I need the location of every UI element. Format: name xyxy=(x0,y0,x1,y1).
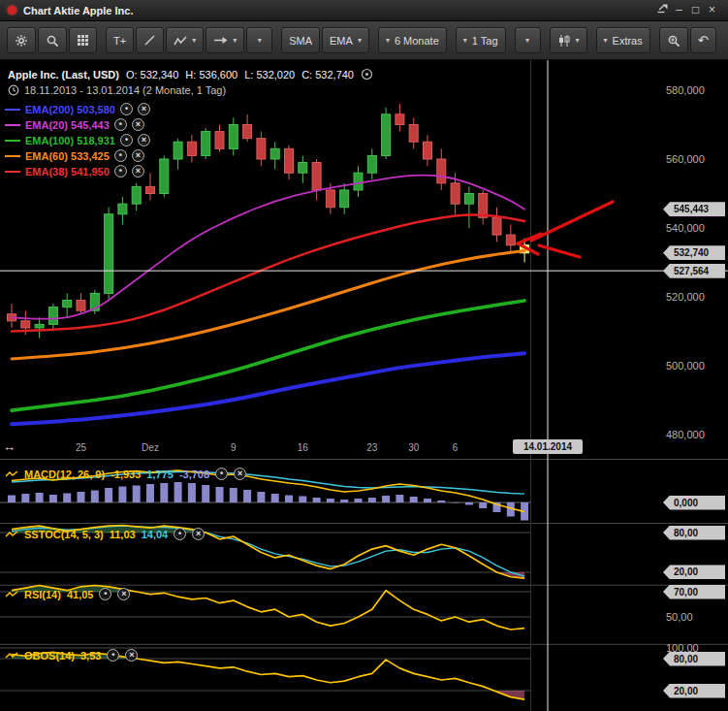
timeframe-select[interactable]: ▾6 Monate xyxy=(378,27,447,53)
minimize-button[interactable]: – xyxy=(671,3,687,18)
chevron-down-icon: ▾ xyxy=(233,36,237,45)
text-tool-button[interactable]: T+ xyxy=(106,27,134,53)
indicator-value: -3,708 xyxy=(179,469,209,480)
arrow-tool-button[interactable]: ▾ xyxy=(206,27,244,53)
timeframe-select-label: 6 Monate xyxy=(395,35,439,47)
undo-button[interactable]: ↶ xyxy=(690,27,716,53)
ema-button[interactable]: EMA▾ xyxy=(322,27,369,53)
price-axis-label: 480,000 xyxy=(666,429,705,440)
interval-select[interactable]: ▾1 Tag xyxy=(456,27,506,53)
drawing-tools-dropdown[interactable]: ▾ xyxy=(246,27,272,53)
series-swatch xyxy=(5,124,20,126)
chevron-down-icon: ▾ xyxy=(576,36,580,45)
indicator-icon xyxy=(5,469,18,479)
toolbar-group: ▾6 Monate xyxy=(378,27,447,53)
toolbar-group: ▾Extras xyxy=(596,27,650,53)
maximize-button[interactable]: □ xyxy=(687,3,704,18)
clock-icon xyxy=(8,84,19,96)
chart-type-select[interactable]: ▾ xyxy=(550,27,587,53)
visibility-toggle-button[interactable]: • xyxy=(114,149,127,162)
titlebar: Chart Aktie Apple Inc. –□× xyxy=(0,0,728,21)
x-axis-tick: 25 xyxy=(76,442,86,453)
settings-button[interactable] xyxy=(7,27,36,53)
price-axis-label: 540,000 xyxy=(666,222,705,234)
indicator-value: 1,775 xyxy=(146,469,174,480)
visibility-toggle-button[interactable]: • xyxy=(215,468,228,480)
indicator-axis-tag: 80,00 xyxy=(663,526,725,540)
legend-label: EMA(20) 545,443 xyxy=(25,119,110,131)
ohlc-field: L: 532,020 xyxy=(244,69,295,81)
price-axis-label: 560,000 xyxy=(666,153,705,165)
x-axis-tick: 16 xyxy=(298,442,308,453)
toolbar: T+▾▾▾SMAEMA▾▾6 Monate▾1 Tag▾▾▾Extras↶ xyxy=(0,21,728,60)
app-dot-icon xyxy=(8,6,16,15)
toolbar-group: ▾ xyxy=(550,27,587,53)
toolbar-group xyxy=(7,27,97,53)
remove-button[interactable]: × xyxy=(192,528,205,540)
chevron-down-icon: ▾ xyxy=(525,36,529,45)
indicator-name: MACD(12, 26, 9) xyxy=(24,469,105,480)
series-swatch xyxy=(5,140,20,142)
visibility-toggle-button[interactable]: • xyxy=(120,134,133,146)
remove-button[interactable]: × xyxy=(132,165,144,178)
legend-item: EMA(20) 545,443•× xyxy=(5,118,150,131)
price-tag: 527,564 xyxy=(663,264,725,278)
extras-select[interactable]: ▾Extras xyxy=(596,27,650,53)
indicator-icon xyxy=(5,590,18,599)
indicator-name: OBOS(14) xyxy=(24,650,75,662)
remove-button[interactable]: × xyxy=(132,149,144,162)
eye-icon xyxy=(361,68,373,81)
toolbar-group: ↶ xyxy=(659,27,716,53)
chevron-down-icon: ▾ xyxy=(463,36,467,45)
zigzag-tool-button[interactable]: ▾ xyxy=(166,27,204,53)
visibility-toggle-button[interactable]: • xyxy=(114,165,127,178)
sma-button[interactable]: SMA xyxy=(281,27,320,53)
indicator-value: 11,03 xyxy=(110,529,136,540)
visibility-toggle-button[interactable]: • xyxy=(107,649,119,662)
indicator-icon xyxy=(5,530,18,539)
sma-button-label: SMA xyxy=(289,35,312,47)
toolbar-group: SMAEMA▾ xyxy=(281,27,369,53)
line-tool-button[interactable] xyxy=(136,27,164,53)
legend-label: EMA(60) 533,425 xyxy=(25,150,110,162)
visibility-toggle-button[interactable]: • xyxy=(120,103,133,115)
date-range-text: 18.11.2013 - 13.01.2014 (2 Monate, 1 Tag… xyxy=(24,84,226,96)
layout-grid-button[interactable] xyxy=(69,27,97,53)
zigzag-icon xyxy=(174,35,187,47)
period-dropdown[interactable]: ▾ xyxy=(515,27,541,53)
extras-select-label: Extras xyxy=(613,35,643,47)
indicator-axis-tag: 20,00 xyxy=(663,684,725,698)
visibility-toggle-button[interactable]: • xyxy=(114,118,127,131)
popout-button[interactable] xyxy=(654,3,671,18)
resize-horizontal-icon[interactable]: ↔ xyxy=(3,439,16,454)
search-icon xyxy=(46,34,59,48)
search-button[interactable] xyxy=(38,27,67,53)
legend-item: EMA(200) 503,580•× xyxy=(5,103,150,115)
price-axis-label: 580,000 xyxy=(666,84,705,96)
remove-button[interactable]: × xyxy=(117,588,130,600)
visibility-toggle-button[interactable]: • xyxy=(174,528,186,540)
price-axis-label: 520,000 xyxy=(666,291,705,303)
visibility-toggle-button[interactable]: • xyxy=(99,588,111,600)
remove-button[interactable]: × xyxy=(125,649,138,662)
indicator-value: 41,05 xyxy=(67,589,94,600)
indicator-name: RSI(14) xyxy=(24,589,61,600)
close-button[interactable]: × xyxy=(704,3,720,18)
zoom-button[interactable] xyxy=(659,27,688,53)
remove-button[interactable]: × xyxy=(138,134,150,146)
legend-label: EMA(200) 503,580 xyxy=(25,104,115,115)
chevron-down-icon: ▾ xyxy=(258,36,262,45)
grid-icon xyxy=(77,34,89,47)
x-axis-tick: 9 xyxy=(231,442,237,453)
indicator-axis-tag: 20,00 xyxy=(663,565,725,579)
sstoc-label-row: SSTOC(14, 5, 3)11,0314,04•× xyxy=(5,528,205,540)
remove-button[interactable]: × xyxy=(132,118,144,131)
candle-icon xyxy=(557,34,571,48)
remove-button[interactable]: × xyxy=(138,103,150,115)
remove-button[interactable]: × xyxy=(234,468,246,480)
date-range: 18.11.2013 - 13.01.2014 (2 Monate, 1 Tag… xyxy=(8,84,226,96)
chevron-down-icon: ▾ xyxy=(386,36,390,45)
indicator-axis-label: 50,00 xyxy=(666,611,693,623)
price-tag: 532,740 xyxy=(663,245,725,260)
undo-button-glyph: ↶ xyxy=(698,33,709,48)
